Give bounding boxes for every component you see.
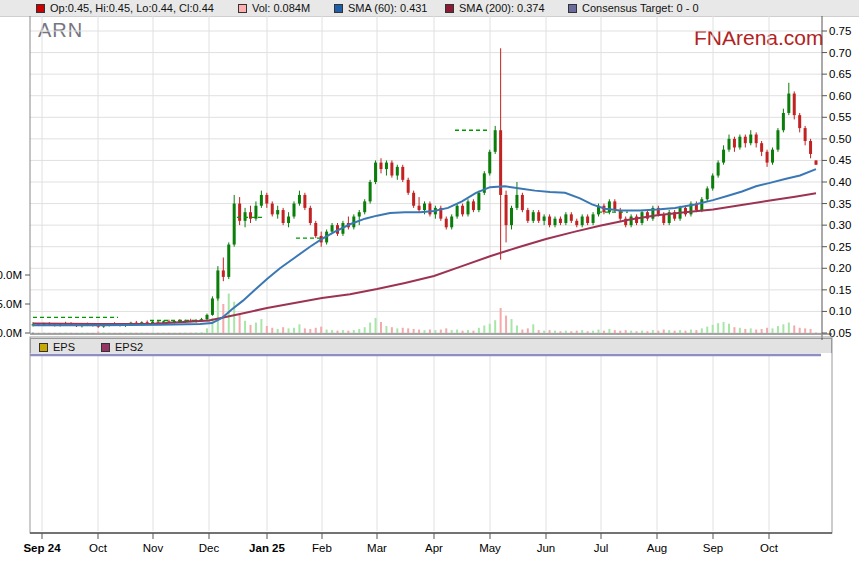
svg-text:0.75: 0.75 xyxy=(829,25,851,37)
svg-text:Feb: Feb xyxy=(312,542,332,554)
svg-text:0.30: 0.30 xyxy=(829,219,851,231)
svg-text:Oct: Oct xyxy=(89,542,108,554)
axes-layer: 0.750.700.650.600.550.500.450.400.350.30… xyxy=(0,16,851,340)
svg-text:0.70: 0.70 xyxy=(829,47,851,59)
volume-bars-layer xyxy=(32,294,817,334)
svg-text:Sep: Sep xyxy=(703,542,723,554)
candles-layer xyxy=(32,48,818,328)
svg-text:0.15: 0.15 xyxy=(829,284,851,296)
svg-text:Sep 24: Sep 24 xyxy=(23,542,61,554)
svg-text:May: May xyxy=(479,542,501,554)
svg-text:Jun: Jun xyxy=(537,542,556,554)
gridlines-layer xyxy=(30,16,822,531)
svg-text:0.35: 0.35 xyxy=(829,198,851,210)
svg-text:10.0M: 10.0M xyxy=(0,269,22,281)
svg-text:0.55: 0.55 xyxy=(829,111,851,123)
svg-text:5.0M: 5.0M xyxy=(0,298,22,310)
svg-text:0.0M: 0.0M xyxy=(0,327,22,339)
svg-text:0.45: 0.45 xyxy=(829,154,851,166)
eps-panel-layer xyxy=(30,337,832,533)
svg-text:0.10: 0.10 xyxy=(829,305,851,317)
x-axis-layer: Sep 24OctNovDecJan 25FebMarAprMayJunJulA… xyxy=(23,533,778,554)
svg-text:0.20: 0.20 xyxy=(829,262,851,274)
svg-text:Mar: Mar xyxy=(367,542,387,554)
svg-text:Jul: Jul xyxy=(594,542,609,554)
svg-text:0.60: 0.60 xyxy=(829,90,851,102)
price-chart-canvas: 0.750.700.650.600.550.500.450.400.350.30… xyxy=(0,0,859,566)
svg-text:0.25: 0.25 xyxy=(829,241,851,253)
svg-text:Aug: Aug xyxy=(647,542,667,554)
svg-text:Jan 25: Jan 25 xyxy=(249,542,285,554)
stock-chart-page: Op:0.45, Hi:0.45, Lo:0.44, Cl:0.44 Vol: … xyxy=(0,0,859,566)
svg-text:0.50: 0.50 xyxy=(829,133,851,145)
svg-text:0.65: 0.65 xyxy=(829,68,851,80)
svg-text:0.40: 0.40 xyxy=(829,176,851,188)
svg-text:Nov: Nov xyxy=(143,542,164,554)
svg-text:Dec: Dec xyxy=(199,542,220,554)
svg-text:Oct: Oct xyxy=(760,542,779,554)
svg-text:Apr: Apr xyxy=(425,542,443,554)
